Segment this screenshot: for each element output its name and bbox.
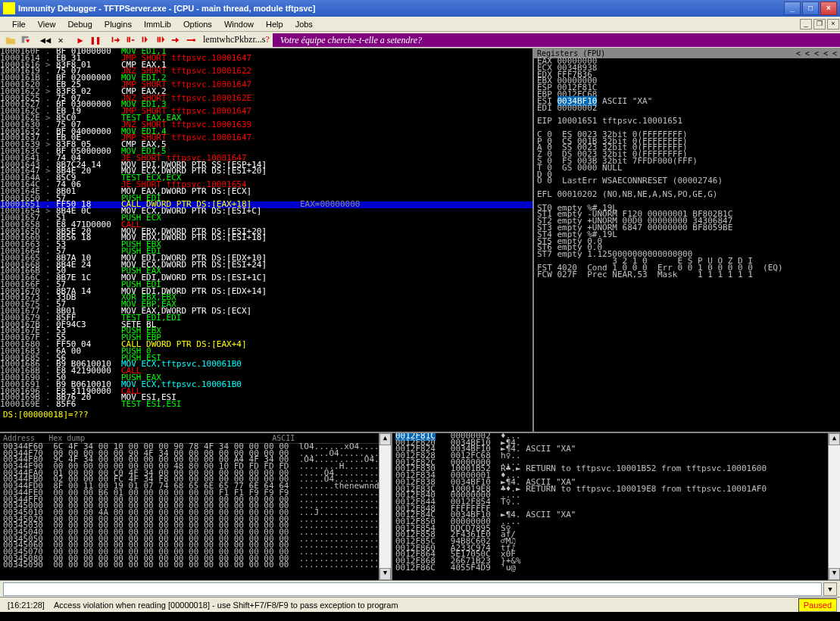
toolbar-letter-w[interactable]: w [219,34,226,45]
menu-jobs[interactable]: Jobs [289,18,319,30]
svg-point-0 [193,39,196,42]
tilret-icon[interactable] [169,33,183,47]
code-line[interactable]: 1000162C.EB 19JMP SHORT tftpsvc.10001647 [0,108,532,115]
minimize-button[interactable]: _ [784,2,801,15]
menu-plugins[interactable]: Plugins [98,18,138,30]
code-line[interactable]: 1000169E.85F6TEST ESI,ESI [0,401,532,408]
code-line[interactable]: 1000164E.8B01MOV EAX,DWORD PTR DS:[ECX] [0,189,532,195]
register-line[interactable]: EDI 00000002 [534,105,840,112]
title-bar: Immunity Debugger - TFTPServer.exe - [CP… [0,0,840,17]
status-bar: [16:21:28] Access violation when reading… [0,597,840,612]
cpu-disassembly-pane[interactable]: 1000160F.BF 01000000MOV EDI,110001614.EB… [0,48,534,432]
window-title: Immunity Debugger - TFTPServer.exe - [CP… [18,4,315,13]
close-x-icon[interactable]: ✕ [54,33,67,47]
banner-text[interactable]: Votre équipe cherche-t-elle a setendre? [273,33,840,47]
stepinto-icon[interactable] [108,33,122,47]
close-button[interactable]: × [820,2,837,15]
dump-line[interactable]: 00345090 00 00 00 00 00 00 00 00 00 00 0… [0,562,379,569]
stack-line[interactable]: 0012F86C 4055F4D9 'u@ [392,565,828,572]
maximize-button[interactable]: □ [802,2,819,15]
menu-help[interactable]: Help [260,18,289,30]
goto-icon[interactable] [184,33,198,47]
status-message: Access violation when reading [00000018]… [49,601,403,610]
stack-scrollbar[interactable]: ▲▼ [828,433,840,580]
play-icon[interactable]: ▶ [73,33,87,47]
code-line[interactable]: 1000167E.53PUSH EBX [0,328,532,335]
menu-file[interactable]: File [6,18,32,30]
mdi-minimize[interactable]: _ [800,19,812,30]
code-line[interactable]: 10001660.8B56 18MOV EDX,DWORD PTR DS:[ES… [0,235,532,242]
register-line[interactable]: FCW 027F Prec NEAR,53 Mask 1 1 1 1 1 1 [534,272,840,279]
code-line[interactable]: 10001647>8B4E 20MOV ECX,DWORD PTR DS:[ES… [0,168,532,175]
toolbar-letter-m[interactable]: m [210,34,217,45]
register-line[interactable]: EFL 00010202 (NO,NB,NE,A,NS,PO,GE,G) [534,192,840,198]
stack-pane[interactable]: 0012F81C 00000002 ♦...0012F820 0034BF10 … [392,433,840,580]
status-time: [16:21:28] [3,601,49,610]
command-input[interactable] [3,582,822,596]
rewind-icon[interactable]: ◀◀ [39,33,52,47]
import-icon[interactable] [19,33,33,47]
app-icon [3,2,15,14]
code-line[interactable]: 10001668.8B4E 24MOV ECX,DWORD PTR DS:[ES… [0,262,532,269]
code-line[interactable]: 10001677.8B01MOV EAX,DWORD PTR DS:[ECX] [0,308,532,315]
code-line[interactable]: 10001654>8B4E 0CMOV ECX,DWORD PTR DS:[ES… [0,208,532,215]
menu-immlib[interactable]: ImmLib [138,18,177,30]
code-line[interactable]: 1000169B.8B76 20MOV ESI,ESI [0,395,532,401]
register-line[interactable]: T 0 GS 0000 NULL [534,165,840,172]
code-line[interactable]: 1000168B.E8 42190000CALL [0,368,532,375]
command-bar: ▼ [0,580,840,597]
registers-pane[interactable]: Registers (FPU)< < < < < EAX 00000000ECX… [534,48,840,432]
cpu-info-line: DS:[00000018]=??? [0,408,532,421]
menu-bar: FileViewDebugPluginsImmLibOptionsWindowH… [0,17,840,32]
hex-dump-pane[interactable]: Address Hex dump ASCII 00344F60 6C 4F 34… [0,433,392,580]
code-line[interactable]: 10001683.6A 00PUSH 0 [0,348,532,355]
menu-window[interactable]: Window [218,18,260,30]
code-line[interactable]: 1000167B.0F94C3SETE BL [0,322,532,329]
code-line[interactable]: 10001675.57MOV EBP,EAX [0,301,532,308]
traceinto-icon[interactable] [139,33,152,47]
menu-view[interactable]: View [32,18,62,30]
command-dropdown[interactable]: ▼ [823,582,837,596]
menu-options[interactable]: Options [177,18,218,30]
toolbar-letter-...[interactable]: ... [255,34,262,45]
code-line[interactable]: 10001663.53PUSH EBX [0,242,532,248]
mdi-close[interactable]: × [827,19,839,30]
register-line[interactable]: EIP 10001651 tftpsvc.10001651 [534,118,840,125]
register-line[interactable]: O 0 LastErr WSAECONNRESET (00002746) [534,178,840,185]
stepover-icon[interactable] [123,33,137,47]
menu-debug[interactable]: Debug [61,18,98,30]
code-line[interactable]: 1000166C.8B7E 1CMOV EDI,DWORD PTR DS:[ES… [0,275,532,282]
pause-icon[interactable]: ❚❚ [89,33,102,47]
open-icon[interactable] [4,33,17,47]
dump-scrollbar[interactable]: ▲▼ [379,433,391,580]
toolbar: ◀◀ ✕ ▶ ❚❚ lemtwhcPkbzr...s? Votre équipe… [0,32,840,48]
code-line[interactable]: 10001673.33DBXOR EBX,EBX [0,295,532,301]
traceover-icon[interactable] [154,33,167,47]
code-line[interactable]: 1000164C.74 06JE SHORT tftpsvc.10001654 [0,182,532,189]
mdi-restore[interactable]: ❐ [813,19,826,30]
toolbar-letter-?[interactable]: ? [265,34,269,45]
status-state: Paused [798,598,837,612]
code-line[interactable]: 10001670.8B7A 14MOV EDI,DWORD PTR DS:[ED… [0,289,532,295]
